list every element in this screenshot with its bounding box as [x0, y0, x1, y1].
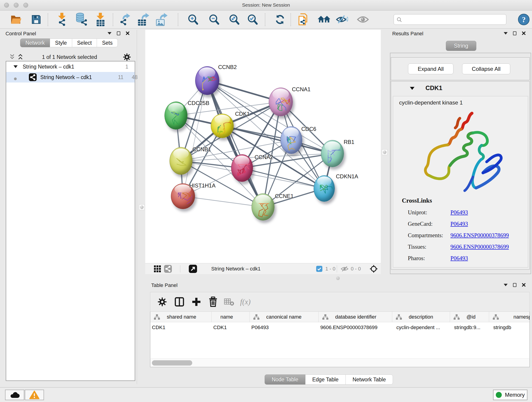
- help-button[interactable]: ?: [517, 13, 530, 26]
- show-all-networks-button[interactable]: [317, 13, 331, 26]
- string-network-icon: [29, 73, 37, 81]
- network-node-cdkn1a[interactable]: [314, 175, 335, 202]
- control-panel-close-button[interactable]: [125, 31, 130, 35]
- column-header-sharedname[interactable]: shared name: [150, 312, 212, 322]
- import-table-button[interactable]: [94, 13, 107, 26]
- table-row[interactable]: CDK1CDK1P064939606.ENSP00000378699cyclin…: [150, 322, 530, 333]
- show-columns-icon[interactable]: [175, 297, 184, 307]
- tab-style[interactable]: Style: [50, 38, 72, 47]
- entry-header[interactable]: CDK1: [391, 81, 530, 96]
- network-node-cdc6[interactable]: [280, 126, 302, 154]
- crosslink-tissues-link[interactable]: 9606.ENSP00000378699: [450, 244, 509, 250]
- copy-network-style-button[interactable]: [297, 13, 309, 26]
- crosslink-compartments-link[interactable]: 9606.ENSP00000378699: [450, 232, 509, 239]
- tab-sets[interactable]: Sets: [97, 38, 118, 47]
- column-header-databaseidentifier[interactable]: database identifier: [319, 312, 392, 322]
- column-header-description[interactable]: description: [392, 312, 450, 322]
- hide-selected-button[interactable]: [336, 13, 348, 26]
- entry-collapse-caret-icon[interactable]: [410, 87, 414, 90]
- zoom-in-icon: [187, 14, 199, 25]
- table-horizontal-scrollbar[interactable]: [150, 358, 530, 367]
- warnings-button[interactable]: [25, 390, 44, 400]
- zoom-out-icon: [208, 14, 220, 25]
- birdseye-grid-icon[interactable]: [154, 265, 161, 272]
- tab-network-table[interactable]: Network Table: [346, 375, 393, 385]
- zoom-selected-button[interactable]: [246, 13, 259, 26]
- network-node-cdk1[interactable]: [211, 114, 234, 138]
- network-node-ccna1[interactable]: [269, 88, 293, 116]
- control-panel-float-button[interactable]: [117, 32, 120, 35]
- tab-edge-table[interactable]: Edge Table: [305, 375, 346, 385]
- column-header-canonicalname[interactable]: canonical name: [250, 312, 319, 322]
- network-options-gear-icon[interactable]: [123, 53, 131, 61]
- network-collection-row[interactable]: String Network – cdk1 1: [6, 61, 135, 72]
- show-hidden-button[interactable]: [356, 13, 369, 26]
- column-header-name[interactable]: name: [212, 312, 250, 322]
- tab-network[interactable]: Network: [20, 38, 50, 47]
- collapse-all-button[interactable]: Collapse All: [462, 64, 510, 74]
- zoom-out-button[interactable]: [208, 13, 220, 26]
- export-table-button[interactable]: [137, 13, 150, 26]
- network-tree: String Network – cdk1 1 String Network –…: [6, 61, 135, 381]
- table-panel-menu-button[interactable]: [503, 283, 508, 287]
- left-splitter-handle[interactable]: [139, 204, 145, 210]
- right-splitter-handle[interactable]: [382, 149, 387, 155]
- crosslink-uniprot-link[interactable]: P06493: [450, 209, 468, 216]
- create-column-plus-icon[interactable]: [191, 297, 201, 307]
- zoom-fit-button[interactable]: [228, 13, 241, 26]
- export-image-button[interactable]: [155, 13, 168, 26]
- tab-string[interactable]: String: [446, 41, 476, 51]
- table-panel-close-button[interactable]: [521, 283, 526, 287]
- apply-layout-button[interactable]: [273, 13, 286, 26]
- network-node-ccnb2[interactable]: [195, 66, 219, 95]
- fit-selection-crosshair-icon[interactable]: [370, 265, 378, 273]
- node-label-cdk1: CDK1: [235, 111, 250, 117]
- expand-all-button[interactable]: Expand All: [408, 64, 453, 74]
- control-panel-menu-button[interactable]: [107, 31, 112, 35]
- import-table-icon: [95, 12, 106, 27]
- network-node-ccna2[interactable]: [231, 154, 253, 182]
- column-header-id[interactable]: @id: [450, 312, 489, 322]
- import-network-from-database-button[interactable]: [75, 13, 88, 26]
- zoom-in-button[interactable]: [186, 13, 199, 26]
- network-row-selected[interactable]: String Network – cdk1 11 48: [6, 72, 135, 83]
- results-entry-box: CDK1 cyclin-dependent kinase 1: [391, 81, 530, 269]
- eye-icon: [357, 15, 369, 24]
- search-field-wrap: [394, 14, 506, 25]
- tree-expand-caret-icon[interactable]: [13, 65, 18, 68]
- table-panel: Table Panel: [145, 282, 532, 386]
- network-node-ccnb1[interactable]: [170, 147, 192, 175]
- cloud-status-button[interactable]: [5, 390, 24, 400]
- table-options-gear-icon[interactable]: [158, 297, 167, 306]
- results-panel-float-button[interactable]: [513, 32, 516, 35]
- network-view-canvas[interactable]: CCNB2 CCNA1 CDC25B CDK1 CDC6 RB1 CCNB1 C…: [145, 30, 381, 263]
- export-network-button[interactable]: [119, 13, 132, 26]
- crosslink-pharos-link[interactable]: P06493: [450, 255, 468, 262]
- memory-button[interactable]: Memory: [493, 390, 527, 400]
- import-network-button[interactable]: [56, 13, 68, 26]
- node-label-hist1h1a: HIST1H1A: [189, 182, 215, 189]
- entry-gene-name: CDK1: [425, 85, 443, 92]
- results-panel-menu-button[interactable]: [503, 31, 508, 35]
- open-session-button[interactable]: [10, 13, 22, 26]
- search-icon: [396, 17, 402, 23]
- tab-select[interactable]: Select: [72, 38, 97, 47]
- horizontal-splitter-handle[interactable]: [336, 276, 340, 280]
- network-node-rb1[interactable]: [321, 140, 344, 167]
- network-state-dot-icon: [14, 76, 17, 79]
- open-in-window-icon[interactable]: [189, 265, 197, 273]
- table-panel-float-button[interactable]: [513, 283, 516, 287]
- results-panel-close-button[interactable]: [521, 31, 526, 35]
- network-node-ccne1[interactable]: [252, 193, 274, 220]
- column-header-namespace[interactable]: namespace: [489, 312, 530, 322]
- crosslink-genecard-link[interactable]: P06493: [450, 221, 468, 227]
- network-node-cdc25b[interactable]: [165, 102, 187, 129]
- selected-checkbox-icon[interactable]: [316, 266, 322, 272]
- database-icon: [75, 13, 87, 26]
- control-panel-title: Control Panel: [6, 31, 36, 37]
- search-input[interactable]: [394, 14, 506, 25]
- scrollbar-thumb[interactable]: [152, 360, 192, 366]
- delete-column-trash-icon[interactable]: [209, 297, 218, 307]
- save-session-button[interactable]: [30, 13, 43, 26]
- tab-node-table[interactable]: Node Table: [265, 375, 305, 385]
